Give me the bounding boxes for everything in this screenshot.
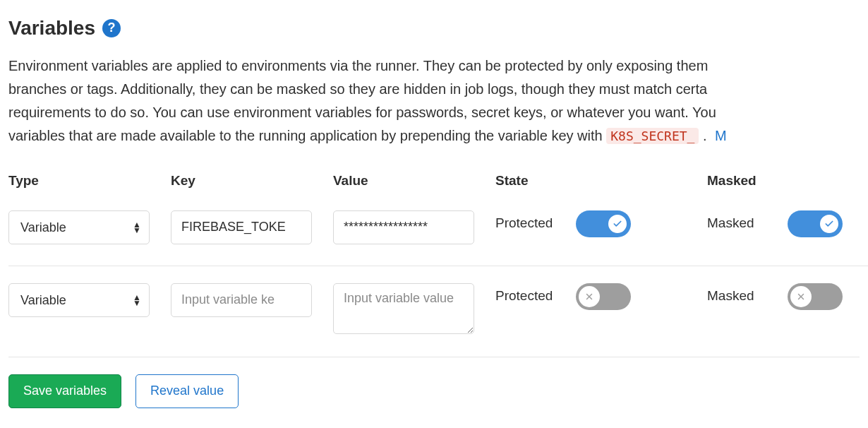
key-input[interactable] xyxy=(171,283,312,317)
col-head-key: Key xyxy=(171,172,326,203)
variables-table: Type Key Value State Masked Variable ▲▼ … xyxy=(8,172,860,351)
masked-toggle[interactable] xyxy=(788,210,843,237)
save-button[interactable]: Save variables xyxy=(8,374,121,408)
protected-toggle[interactable] xyxy=(576,283,631,310)
more-link[interactable]: M xyxy=(715,128,727,143)
col-head-state: State xyxy=(495,172,700,203)
check-icon xyxy=(824,219,834,229)
page-title: Variables xyxy=(8,14,95,42)
protected-toggle[interactable] xyxy=(576,210,631,237)
code-chip: K8S_SECRET_ xyxy=(606,128,699,144)
close-icon xyxy=(585,292,593,301)
close-icon xyxy=(797,292,805,301)
masked-label: Masked xyxy=(707,287,775,306)
value-input[interactable] xyxy=(333,210,474,244)
col-head-type: Type xyxy=(8,172,164,203)
key-input[interactable] xyxy=(171,210,312,244)
masked-label: Masked xyxy=(707,214,775,233)
protected-label: Protected xyxy=(495,214,563,233)
section-divider xyxy=(8,357,860,357)
protected-label: Protected xyxy=(495,287,563,306)
reveal-button[interactable]: Reveal value xyxy=(135,374,239,408)
check-icon xyxy=(613,219,622,229)
type-select[interactable]: Variable xyxy=(8,283,150,317)
type-select[interactable]: Variable xyxy=(8,210,150,244)
description-text: Environment variables are applied to env… xyxy=(8,54,860,148)
col-head-masked: Masked xyxy=(707,172,868,203)
value-input[interactable] xyxy=(333,283,474,334)
col-head-value: Value xyxy=(333,172,488,203)
row-divider xyxy=(8,266,868,266)
help-icon[interactable]: ? xyxy=(102,19,121,37)
masked-toggle[interactable] xyxy=(788,283,843,310)
